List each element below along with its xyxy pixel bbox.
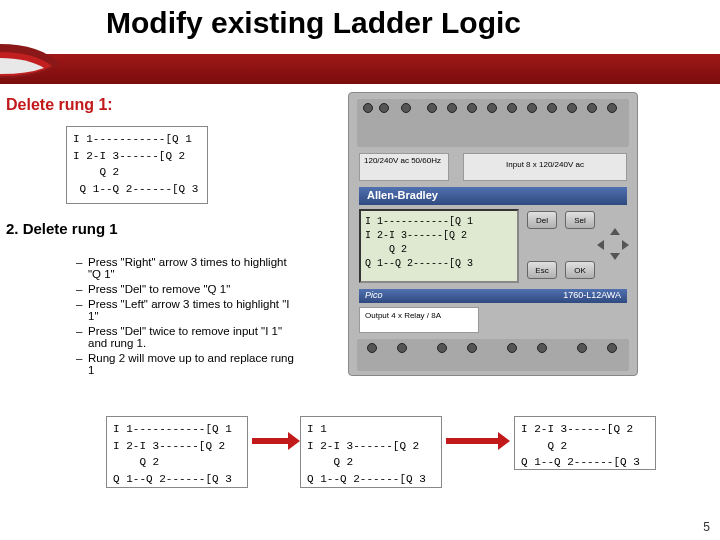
- screw-icon: [379, 103, 389, 113]
- title-band: Modify existing Ladder Logic: [0, 0, 720, 62]
- instruction-list: Press "Right" arrow 3 times to highlight…: [36, 256, 296, 379]
- ladder-diagram-original: I 1-----------[Q 1 I 2-I 3------[Q 2 Q 2…: [66, 126, 208, 204]
- instruction-item: Rung 2 will move up to and replace rung …: [76, 352, 296, 376]
- screw-icon: [401, 103, 411, 113]
- section-heading-delete: Delete rung 1:: [6, 96, 113, 114]
- slide-title: Modify existing Ladder Logic: [106, 6, 521, 40]
- screw-icon: [587, 103, 597, 113]
- ladder-diagram-step1: I 1-----------[Q 1 I 2-I 3------[Q 2 Q 2…: [106, 416, 248, 488]
- ladder-diagram-step2: I 1 I 2-I 3------[Q 2 Q 2 Q 1--Q 2------…: [300, 416, 442, 488]
- screw-icon: [607, 343, 617, 353]
- screw-icon: [577, 343, 587, 353]
- input-label: Input 8 x 120/240V ac: [463, 153, 627, 181]
- model-number: 1760-L12AWA: [563, 290, 621, 300]
- screw-icon: [507, 343, 517, 353]
- screw-icon: [547, 103, 557, 113]
- screw-icon: [367, 343, 377, 353]
- terminal-strip-bottom: [357, 339, 629, 371]
- title-red-band: [0, 54, 720, 84]
- screw-icon: [363, 103, 373, 113]
- del-button[interactable]: Del: [527, 211, 557, 229]
- ladder-diagram-step3: I 2-I 3------[Q 2 Q 2 Q 1--Q 2------[Q 3: [514, 416, 656, 470]
- arrow-right-icon[interactable]: [622, 240, 629, 250]
- screw-icon: [447, 103, 457, 113]
- instruction-item: Press "Del" twice to remove input "I 1" …: [76, 325, 296, 349]
- logo-swirl-icon: [0, 44, 100, 90]
- instruction-item: Press "Left" arrow 3 times to highlight …: [76, 298, 296, 322]
- screw-icon: [567, 103, 577, 113]
- model-strip: Pico 1760-L12AWA: [359, 289, 627, 303]
- arrow-down-icon[interactable]: [610, 253, 620, 260]
- instruction-item: Press "Right" arrow 3 times to highlight…: [76, 256, 296, 280]
- screw-icon: [537, 343, 547, 353]
- screw-icon: [467, 103, 477, 113]
- sel-button[interactable]: Sel: [565, 211, 595, 229]
- screw-icon: [437, 343, 447, 353]
- brand-label: Allen-Bradley: [359, 187, 627, 205]
- esc-button[interactable]: Esc: [527, 261, 557, 279]
- page-number: 5: [703, 520, 710, 534]
- output-label: Output 4 x Relay / 8A: [359, 307, 479, 333]
- screw-icon: [507, 103, 517, 113]
- arrow-left-icon[interactable]: [597, 240, 604, 250]
- arrow-up-icon[interactable]: [610, 228, 620, 235]
- step-heading: 2. Delete rung 1: [6, 220, 118, 237]
- arrow-right-icon: [446, 438, 500, 444]
- screw-icon: [487, 103, 497, 113]
- screw-icon: [467, 343, 477, 353]
- screw-icon: [427, 103, 437, 113]
- dpad[interactable]: [597, 228, 629, 260]
- voltage-label: 120/240V ac 50/60Hz: [359, 153, 449, 181]
- device-lcd-screen: I 1-----------[Q 1 I 2-I 3------[Q 2 Q 2…: [359, 209, 519, 283]
- instruction-item: Press "Del" to remove "Q 1": [76, 283, 296, 295]
- arrow-right-icon: [252, 438, 290, 444]
- model-brand: Pico: [365, 290, 383, 300]
- plc-device-illustration: 120/240V ac 50/60Hz Input 8 x 120/240V a…: [348, 92, 638, 376]
- terminal-strip-top: [357, 99, 629, 147]
- ok-button[interactable]: OK: [565, 261, 595, 279]
- screw-icon: [397, 343, 407, 353]
- screw-icon: [607, 103, 617, 113]
- screw-icon: [527, 103, 537, 113]
